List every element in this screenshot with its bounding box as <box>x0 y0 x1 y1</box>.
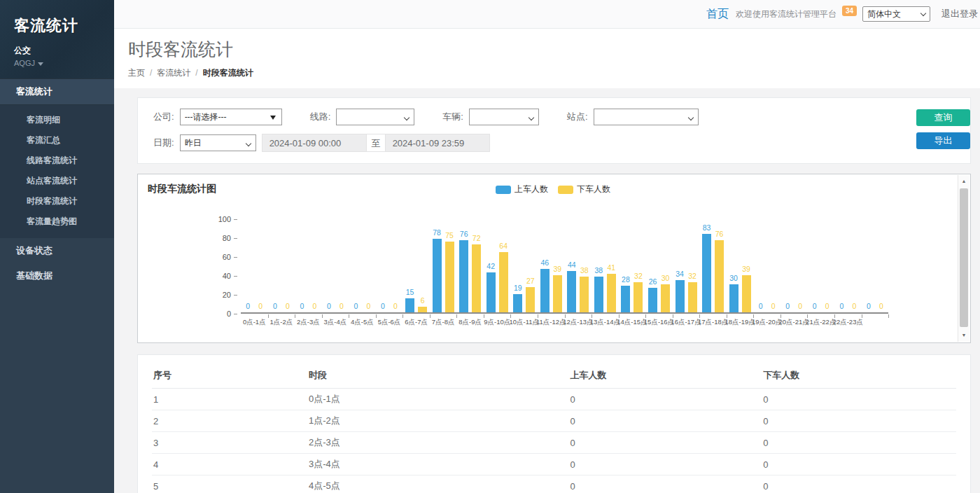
chart-bar-group: 001点-2点 <box>268 219 295 312</box>
bar-上车人数: 38 <box>594 277 603 312</box>
chart-bar-group: 42649点-10点 <box>484 219 511 312</box>
legend-item[interactable]: 上车人数 <box>496 183 548 195</box>
bar-下车人数: 76 <box>715 240 724 312</box>
bar-value-label: 76 <box>715 230 724 238</box>
bar-value-label: 72 <box>472 234 481 242</box>
x-axis-label: 15点-16点 <box>644 318 674 327</box>
line-select[interactable] <box>337 109 414 125</box>
date-to-input[interactable] <box>385 134 490 152</box>
bar-value-label: 0 <box>258 302 262 310</box>
x-axis-label: 12点-13点 <box>563 318 593 327</box>
x-axis-label: 20点-21点 <box>779 318 809 327</box>
scroll-down-arrow-icon[interactable]: ▼ <box>958 330 969 341</box>
bar-value-label: 30 <box>729 274 738 282</box>
bar-value-label: 26 <box>649 277 657 286</box>
chart-area: 020406080100 000点-1点001点-2点002点-3点003点-4… <box>176 219 958 314</box>
bar-value-label: 0 <box>312 302 316 310</box>
bar-value-label: 0 <box>340 302 344 310</box>
table-cell: 4点-5点 <box>309 475 570 493</box>
legend-swatch <box>558 186 573 194</box>
chart-bar-group: 0021点-22点 <box>807 219 834 312</box>
line-select-wrap <box>336 109 414 125</box>
bar-value-label: 32 <box>688 272 696 280</box>
sidebar-subitem[interactable]: 时段客流统计 <box>0 191 114 211</box>
chart-bar-group: 0022点-23点 <box>834 219 862 312</box>
sidebar-subitem[interactable]: 客流明细 <box>0 110 114 130</box>
org-code-dropdown[interactable]: AQGJ <box>14 59 100 67</box>
x-axis-label: 4点-5点 <box>351 318 374 327</box>
bar-上车人数: 78 <box>433 239 442 312</box>
scrollbar-thumb[interactable] <box>960 188 968 327</box>
table-cell: 0 <box>570 475 763 493</box>
chart-bar-group: 0020点-21点 <box>780 219 808 312</box>
bar-value-label: 42 <box>486 262 495 270</box>
scroll-up-arrow-icon[interactable]: ▲ <box>958 176 969 187</box>
bar-value-label: 0 <box>327 302 331 310</box>
vehicle-select[interactable] <box>470 109 538 125</box>
x-axis-label: 19点-20点 <box>752 318 782 327</box>
bar-下车人数: 32 <box>634 282 643 312</box>
chart-legend: 上车人数下车人数 <box>496 183 610 195</box>
bar-value-label: 0 <box>771 302 776 310</box>
bar-value-label: 76 <box>460 230 468 238</box>
date-preset-select[interactable]: 昨日 <box>181 135 255 151</box>
bar-value-label: 6 <box>421 296 425 305</box>
date-to-separator: 至 <box>367 134 385 152</box>
chart-bar-group: 002点-3点 <box>295 219 322 312</box>
y-axis-tick: 60 <box>223 253 237 261</box>
export-button[interactable]: 导出 <box>916 132 970 149</box>
sidebar-item[interactable]: 客流统计 <box>0 78 114 105</box>
station-select[interactable] <box>594 109 698 125</box>
company-select[interactable]: ---请选择--- <box>181 109 281 125</box>
sidebar-item[interactable]: 设备状态 <box>0 238 114 263</box>
logout-link[interactable]: 退出登录 <box>941 8 978 20</box>
col-header-index: 序号 <box>152 362 309 389</box>
chart-bar-group: 263015点-16点 <box>645 219 673 312</box>
date-preset-wrap: 昨日 <box>180 134 256 151</box>
sidebar-subitem[interactable]: 客流量趋势图 <box>0 211 114 232</box>
bar-value-label: 0 <box>367 302 371 310</box>
y-axis-tick: 40 <box>223 272 237 280</box>
table-cell: 0 <box>570 410 763 432</box>
language-select[interactable]: 简体中文 <box>862 6 930 22</box>
query-button[interactable]: 查询 <box>916 109 970 126</box>
sidebar-subitem[interactable]: 线路客流统计 <box>0 151 114 171</box>
x-axis-label: 10点-11点 <box>509 318 539 327</box>
legend-item[interactable]: 下车人数 <box>558 183 610 195</box>
topbar: 首页 欢迎使用客流统计管理平台 34 简体中文 退出登录 <box>114 0 980 29</box>
org-name: 公交 <box>14 45 100 57</box>
x-axis-label: 2点-3点 <box>297 318 320 327</box>
chart-title: 时段车流统计图 <box>148 183 216 194</box>
filter-buttons: 查询 导出 <box>916 109 970 149</box>
home-link[interactable]: 首页 <box>706 7 729 22</box>
sidebar-subitem[interactable]: 站点客流统计 <box>0 171 114 191</box>
x-axis-label: 18点-19点 <box>724 318 755 327</box>
bar-上车人数: 46 <box>540 269 550 312</box>
sidebar: 客流统计 公交 AQGJ 客流统计客流明细客流汇总线路客流统计站点客流统计时段客… <box>0 0 114 493</box>
x-axis-label: 13点-14点 <box>590 318 620 327</box>
bar-上车人数: 42 <box>486 272 496 312</box>
breadcrumb-home[interactable]: 主页 <box>128 68 145 78</box>
sidebar-subitem[interactable]: 客流汇总 <box>0 130 114 151</box>
bar-上车人数: 26 <box>648 288 657 312</box>
x-axis-label: 14点-15点 <box>617 318 647 327</box>
breadcrumb-parent[interactable]: 客流统计 <box>157 68 190 78</box>
table-row: 43点-4点00 <box>152 454 956 475</box>
bar-下车人数: 39 <box>742 275 751 312</box>
welcome-text: 欢迎使用客流统计管理平台 <box>736 8 836 20</box>
station-filter: 站点: <box>567 109 699 125</box>
stats-table: 序号 时段 上车人数 下车人数 10点-1点0021点-2点0032点-3点00… <box>152 362 956 493</box>
bar-下车人数: 38 <box>580 277 589 312</box>
date-from-input[interactable] <box>262 134 367 152</box>
chart-bar-group: 283214点-15点 <box>619 219 646 312</box>
bar-value-label: 64 <box>499 242 507 250</box>
language-select-wrap: 简体中文 <box>862 6 930 22</box>
sidebar-item[interactable]: 基础数据 <box>0 263 114 289</box>
col-header-period: 时段 <box>309 362 570 389</box>
y-axis-tick: 100 <box>218 215 237 223</box>
table-cell: 0 <box>570 389 763 410</box>
bar-下车人数: 27 <box>526 287 535 312</box>
bar-上车人数: 44 <box>567 271 576 312</box>
chart-bar-group: 78757点-8点 <box>430 219 457 312</box>
chart-bar-group: 443812点-13点 <box>565 219 592 312</box>
